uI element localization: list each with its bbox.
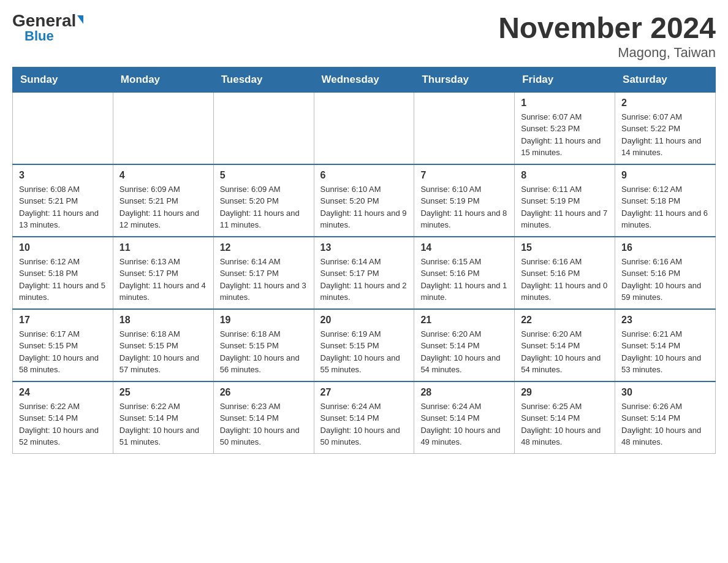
- calendar-title: November 2024: [498, 12, 716, 45]
- day-number: 12: [220, 242, 308, 253]
- day-info: Sunrise: 6:16 AMSunset: 5:16 PMDaylight:…: [521, 256, 609, 304]
- col-sunday: Sunday: [13, 67, 113, 92]
- calendar-cell: [213, 92, 314, 164]
- day-info: Sunrise: 6:16 AMSunset: 5:16 PMDaylight:…: [621, 256, 709, 304]
- calendar-cell: 29Sunrise: 6:25 AMSunset: 5:14 PMDayligh…: [515, 381, 615, 454]
- calendar-cell: 2Sunrise: 6:07 AMSunset: 5:22 PMDaylight…: [615, 92, 716, 164]
- calendar-cell: 11Sunrise: 6:13 AMSunset: 5:17 PMDayligh…: [113, 237, 213, 309]
- day-number: 22: [521, 315, 609, 326]
- day-info: Sunrise: 6:10 AMSunset: 5:19 PMDaylight:…: [420, 183, 508, 231]
- col-thursday: Thursday: [414, 67, 515, 92]
- day-info: Sunrise: 6:26 AMSunset: 5:14 PMDaylight:…: [621, 400, 709, 448]
- day-info: Sunrise: 6:23 AMSunset: 5:14 PMDaylight:…: [220, 400, 308, 448]
- day-number: 4: [119, 170, 207, 181]
- calendar-cell: 6Sunrise: 6:10 AMSunset: 5:20 PMDaylight…: [314, 164, 414, 237]
- calendar-cell: 8Sunrise: 6:11 AMSunset: 5:19 PMDaylight…: [515, 164, 615, 237]
- calendar-cell: [314, 92, 414, 164]
- day-number: 10: [19, 242, 107, 253]
- logo-triangle-icon: [77, 15, 83, 24]
- calendar-cell: 3Sunrise: 6:08 AMSunset: 5:21 PMDaylight…: [13, 164, 113, 237]
- day-number: 29: [521, 387, 609, 398]
- day-number: 23: [621, 315, 709, 326]
- calendar-cell: 24Sunrise: 6:22 AMSunset: 5:14 PMDayligh…: [13, 381, 113, 454]
- day-number: 21: [420, 315, 508, 326]
- logo-general-text: General: [12, 12, 76, 29]
- calendar-cell: 22Sunrise: 6:20 AMSunset: 5:14 PMDayligh…: [515, 309, 615, 381]
- calendar-cell: 10Sunrise: 6:12 AMSunset: 5:18 PMDayligh…: [13, 237, 113, 309]
- calendar-cell: 15Sunrise: 6:16 AMSunset: 5:16 PMDayligh…: [515, 237, 615, 309]
- day-info: Sunrise: 6:12 AMSunset: 5:18 PMDaylight:…: [19, 256, 107, 304]
- col-friday: Friday: [515, 67, 615, 92]
- day-number: 26: [220, 387, 308, 398]
- day-info: Sunrise: 6:13 AMSunset: 5:17 PMDaylight:…: [119, 256, 207, 304]
- day-number: 18: [119, 315, 207, 326]
- calendar-cell: 19Sunrise: 6:18 AMSunset: 5:15 PMDayligh…: [213, 309, 314, 381]
- calendar-subtitle: Magong, Taiwan: [498, 45, 716, 61]
- calendar-week-row: 1Sunrise: 6:07 AMSunset: 5:23 PMDaylight…: [13, 92, 716, 164]
- col-tuesday: Tuesday: [213, 67, 314, 92]
- calendar-header-row: Sunday Monday Tuesday Wednesday Thursday…: [13, 67, 716, 92]
- calendar-cell: 26Sunrise: 6:23 AMSunset: 5:14 PMDayligh…: [213, 381, 314, 454]
- day-number: 13: [320, 242, 408, 253]
- calendar-cell: 9Sunrise: 6:12 AMSunset: 5:18 PMDaylight…: [615, 164, 716, 237]
- day-info: Sunrise: 6:18 AMSunset: 5:15 PMDaylight:…: [220, 328, 308, 376]
- calendar-cell: 20Sunrise: 6:19 AMSunset: 5:15 PMDayligh…: [314, 309, 414, 381]
- calendar-week-row: 10Sunrise: 6:12 AMSunset: 5:18 PMDayligh…: [13, 237, 716, 309]
- day-number: 2: [621, 98, 709, 109]
- day-info: Sunrise: 6:07 AMSunset: 5:23 PMDaylight:…: [521, 111, 609, 159]
- day-number: 30: [621, 387, 709, 398]
- day-info: Sunrise: 6:22 AMSunset: 5:14 PMDaylight:…: [119, 400, 207, 448]
- day-number: 27: [320, 387, 408, 398]
- day-info: Sunrise: 6:07 AMSunset: 5:22 PMDaylight:…: [621, 111, 709, 159]
- day-info: Sunrise: 6:24 AMSunset: 5:14 PMDaylight:…: [320, 400, 408, 448]
- calendar-cell: 17Sunrise: 6:17 AMSunset: 5:15 PMDayligh…: [13, 309, 113, 381]
- calendar-cell: [414, 92, 515, 164]
- day-info: Sunrise: 6:25 AMSunset: 5:14 PMDaylight:…: [521, 400, 609, 448]
- day-info: Sunrise: 6:20 AMSunset: 5:14 PMDaylight:…: [420, 328, 508, 376]
- title-block: November 2024 Magong, Taiwan: [498, 12, 716, 61]
- day-number: 16: [621, 242, 709, 253]
- day-number: 8: [521, 170, 609, 181]
- day-number: 19: [220, 315, 308, 326]
- calendar-cell: 27Sunrise: 6:24 AMSunset: 5:14 PMDayligh…: [314, 381, 414, 454]
- day-number: 17: [19, 315, 107, 326]
- logo: General Blue: [12, 12, 83, 43]
- calendar-cell: 25Sunrise: 6:22 AMSunset: 5:14 PMDayligh…: [113, 381, 213, 454]
- page-header: General Blue November 2024 Magong, Taiwa…: [12, 12, 716, 61]
- day-number: 1: [521, 98, 609, 109]
- day-number: 3: [19, 170, 107, 181]
- day-number: 28: [420, 387, 508, 398]
- col-saturday: Saturday: [615, 67, 716, 92]
- calendar-week-row: 24Sunrise: 6:22 AMSunset: 5:14 PMDayligh…: [13, 381, 716, 454]
- day-number: 25: [119, 387, 207, 398]
- day-info: Sunrise: 6:12 AMSunset: 5:18 PMDaylight:…: [621, 183, 709, 231]
- calendar-cell: 23Sunrise: 6:21 AMSunset: 5:14 PMDayligh…: [615, 309, 716, 381]
- calendar-cell: [13, 92, 113, 164]
- calendar-cell: 12Sunrise: 6:14 AMSunset: 5:17 PMDayligh…: [213, 237, 314, 309]
- calendar-cell: 4Sunrise: 6:09 AMSunset: 5:21 PMDaylight…: [113, 164, 213, 237]
- day-number: 6: [320, 170, 408, 181]
- day-info: Sunrise: 6:11 AMSunset: 5:19 PMDaylight:…: [521, 183, 609, 231]
- day-number: 5: [220, 170, 308, 181]
- day-number: 24: [19, 387, 107, 398]
- day-number: 15: [521, 242, 609, 253]
- day-number: 7: [420, 170, 508, 181]
- day-info: Sunrise: 6:22 AMSunset: 5:14 PMDaylight:…: [19, 400, 107, 448]
- day-info: Sunrise: 6:14 AMSunset: 5:17 PMDaylight:…: [320, 256, 408, 304]
- calendar-cell: [113, 92, 213, 164]
- calendar-week-row: 17Sunrise: 6:17 AMSunset: 5:15 PMDayligh…: [13, 309, 716, 381]
- day-info: Sunrise: 6:14 AMSunset: 5:17 PMDaylight:…: [220, 256, 308, 304]
- day-info: Sunrise: 6:24 AMSunset: 5:14 PMDaylight:…: [420, 400, 508, 448]
- calendar-cell: 13Sunrise: 6:14 AMSunset: 5:17 PMDayligh…: [314, 237, 414, 309]
- day-number: 20: [320, 315, 408, 326]
- calendar-cell: 14Sunrise: 6:15 AMSunset: 5:16 PMDayligh…: [414, 237, 515, 309]
- calendar-table: Sunday Monday Tuesday Wednesday Thursday…: [12, 67, 716, 454]
- day-info: Sunrise: 6:08 AMSunset: 5:21 PMDaylight:…: [19, 183, 107, 231]
- calendar-cell: 30Sunrise: 6:26 AMSunset: 5:14 PMDayligh…: [615, 381, 716, 454]
- day-info: Sunrise: 6:10 AMSunset: 5:20 PMDaylight:…: [320, 183, 408, 231]
- day-info: Sunrise: 6:15 AMSunset: 5:16 PMDaylight:…: [420, 256, 508, 304]
- day-info: Sunrise: 6:09 AMSunset: 5:20 PMDaylight:…: [220, 183, 308, 231]
- col-monday: Monday: [113, 67, 213, 92]
- day-info: Sunrise: 6:09 AMSunset: 5:21 PMDaylight:…: [119, 183, 207, 231]
- calendar-cell: 16Sunrise: 6:16 AMSunset: 5:16 PMDayligh…: [615, 237, 716, 309]
